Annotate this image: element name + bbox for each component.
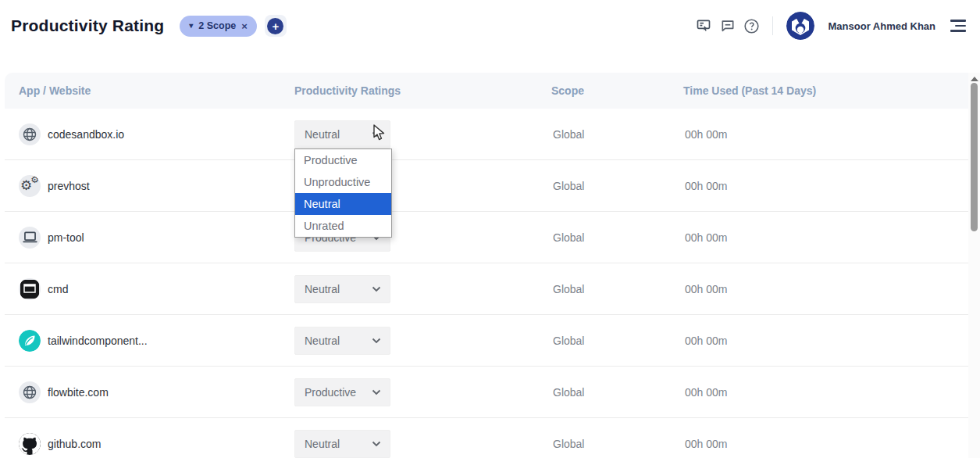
time-used-value: 00h 00m	[685, 386, 727, 399]
rating-select[interactable]: Neutral	[294, 120, 390, 148]
globe-icon	[19, 123, 41, 145]
table-row: ⚙⚙ prevhost Global 00h 00m	[5, 160, 975, 212]
app-name: cmd	[48, 283, 68, 295]
app-name: prevhost	[48, 180, 90, 192]
time-used-value: 00h 00m	[685, 128, 727, 141]
table-row: codesandbox.io Neutral Global 00h 00m	[5, 109, 975, 160]
app-name: flowbite.com	[48, 386, 109, 399]
scope-value: Global	[553, 283, 584, 295]
scope-filter-chip[interactable]: ▾ 2 Scope ×	[180, 16, 257, 37]
rating-option-neutral[interactable]: Neutral	[295, 193, 391, 215]
table-body: codesandbox.io Neutral Global 00h 00m ⚙⚙…	[5, 109, 975, 458]
scope-value: Global	[553, 438, 584, 450]
table-row: flowbite.com Productive Global 00h 00m	[5, 367, 975, 418]
avatar[interactable]	[786, 12, 814, 40]
rating-option-productive[interactable]: Productive	[295, 149, 391, 171]
user-name[interactable]: Mansoor Ahmed Khan	[829, 20, 935, 32]
topbar-right: Mansoor Ahmed Khan	[695, 12, 968, 40]
rating-select-value: Neutral	[305, 335, 340, 347]
table-row: cmd Neutral Global 00h 00m	[5, 263, 975, 315]
rating-dropdown-menu: ProductiveUnproductiveNeutralUnrated	[294, 148, 392, 238]
scope-value: Global	[553, 386, 584, 399]
app-cell: tailwindcomponent...	[19, 315, 148, 366]
app-cell: cmd	[19, 263, 68, 314]
column-header-scope: Scope	[551, 84, 584, 97]
chevron-down-icon: ▾	[189, 22, 193, 30]
time-used-value: 00h 00m	[685, 438, 727, 450]
globe-icon	[19, 381, 41, 403]
chat-feedback-icon[interactable]	[719, 17, 736, 34]
table-row: tailwindcomponent... Neutral Global 00h …	[5, 315, 975, 367]
rating-select[interactable]: Productive	[294, 378, 390, 406]
time-used-value: 00h 00m	[685, 231, 727, 244]
rating-select-value: Neutral	[305, 283, 340, 295]
sidebar-toggle-icon[interactable]	[950, 17, 968, 34]
app-cell: pm-tool	[19, 212, 84, 263]
chevron-down-icon	[372, 441, 381, 447]
plus-icon: +	[267, 18, 283, 34]
rating-select-value: Neutral	[305, 438, 340, 450]
github-icon	[19, 433, 41, 455]
scope-value: Global	[553, 128, 584, 141]
app-name: github.com	[48, 438, 101, 450]
column-header-rating: Productivity Ratings	[294, 84, 401, 97]
chevron-down-icon	[372, 131, 381, 138]
top-bar: Productivity Rating ▾ 2 Scope × +	[0, 0, 980, 52]
scope-value: Global	[553, 335, 584, 347]
scope-value: Global	[553, 180, 584, 192]
scope-value: Global	[553, 231, 584, 244]
tour-demo-icon[interactable]	[695, 17, 712, 34]
time-used-value: 00h 00m	[685, 180, 727, 192]
add-scope-button[interactable]: +	[265, 15, 287, 37]
app-cell: flowbite.com	[19, 367, 109, 417]
chevron-down-icon	[372, 286, 381, 292]
gears-icon: ⚙⚙	[19, 175, 41, 197]
table-header-row: App / Website Productivity Ratings Scope…	[5, 73, 975, 109]
time-used-value: 00h 00m	[685, 283, 727, 295]
chevron-down-icon	[372, 389, 381, 395]
app-name: tailwindcomponent...	[48, 335, 148, 347]
rating-select[interactable]: Neutral	[294, 327, 390, 355]
scope-chip-label: 2 Scope	[198, 20, 236, 31]
app-name: pm-tool	[48, 231, 84, 244]
rating-select-value: Neutral	[305, 128, 340, 141]
app-name: codesandbox.io	[48, 128, 124, 141]
rating-select-value: Productive	[305, 386, 356, 399]
app-cell: github.com	[19, 418, 101, 458]
leaf-icon	[19, 330, 41, 352]
rating-option-unrated[interactable]: Unrated	[295, 215, 391, 237]
scrollbar-thumb[interactable]	[971, 83, 978, 231]
scroll-up-arrow-icon[interactable]	[971, 77, 978, 81]
page-title: Productivity Rating	[11, 16, 164, 35]
divider	[772, 16, 773, 35]
rating-select[interactable]: Neutral	[294, 275, 390, 303]
table-row: github.com Neutral Global 00h 00m	[5, 418, 975, 458]
chip-close-icon[interactable]: ×	[241, 20, 248, 32]
productivity-table: App / Website Productivity Ratings Scope…	[5, 73, 975, 458]
help-icon[interactable]	[743, 17, 761, 34]
rating-option-unproductive[interactable]: Unproductive	[295, 171, 391, 193]
column-header-app: App / Website	[19, 84, 91, 97]
app-cell: ⚙⚙ prevhost	[19, 160, 90, 211]
laptop-icon	[19, 227, 41, 249]
app-cell: codesandbox.io	[19, 109, 124, 159]
column-header-time: Time Used (Past 14 Days)	[683, 84, 816, 97]
table-row: pm-tool Productive Global 00h 00m	[5, 212, 975, 263]
terminal-icon	[19, 278, 41, 300]
vertical-scrollbar[interactable]	[968, 73, 980, 458]
rating-select[interactable]: Neutral	[294, 430, 390, 458]
chevron-down-icon	[372, 338, 381, 344]
time-used-value: 00h 00m	[685, 335, 727, 347]
